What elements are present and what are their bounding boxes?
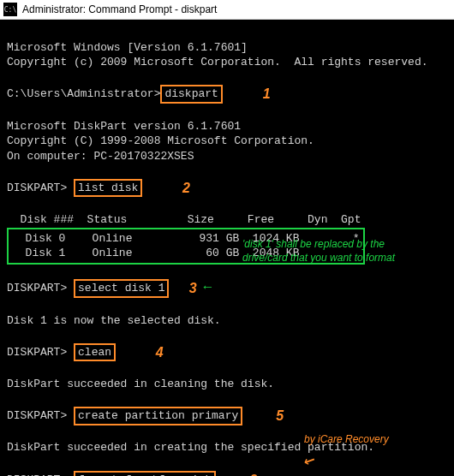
prompt-4: DISKPART> <box>7 346 67 359</box>
annotation-num-5: 5 <box>276 407 284 425</box>
result-3: Disk 1 is now the selected disk. <box>7 314 221 327</box>
annotation-num-3: 3 <box>189 279 197 298</box>
prompt-2: DISKPART> <box>7 181 67 194</box>
window-title-bar: C:\ Administrator: Command Prompt - disk… <box>0 0 454 20</box>
note-line-2: drive/card that you want to format <box>242 252 395 264</box>
annotation-num-4: 4 <box>156 343 164 362</box>
command-3-select-disk: select disk 1 <box>74 279 169 298</box>
diskpart-version-line: Microsoft DiskPart version 6.1.7601 <box>7 120 241 133</box>
window-title: Administrator: Command Prompt - diskpart <box>22 3 217 15</box>
terminal-area[interactable]: Microsoft Windows [Version 6.1.7601] Cop… <box>0 20 454 476</box>
green-arrow-icon: ← <box>204 280 212 295</box>
command-4-clean: clean <box>74 343 116 362</box>
diskpart-computer-line: On computer: PC-20170322XSES <box>7 150 194 163</box>
prompt-5: DISKPART> <box>7 409 67 422</box>
prompt-3: DISKPART> <box>7 282 67 295</box>
annotation-num-1: 1 <box>263 85 271 104</box>
diskpart-copyright-line: Copyright (C) 1999-2008 Microsoft Corpor… <box>7 134 314 147</box>
annotation-num-2: 2 <box>182 179 190 198</box>
disk-table-header: Disk ### Status Size Free Dyn Gpt <box>7 213 361 226</box>
annotation-num-6: 6 <box>249 471 257 476</box>
command-1-diskpart: diskpart <box>160 85 222 104</box>
win-version-line: Microsoft Windows [Version 6.1.7601] <box>7 41 248 54</box>
cmd-icon: C:\ <box>3 3 17 16</box>
annotation-note: 'disk 1' shall be replaced by thedrive/c… <box>242 237 448 265</box>
command-2-list-disk: list disk <box>74 179 142 198</box>
cmd-icon-text: C:\ <box>4 6 16 14</box>
command-6-format: format fs=ntfs quick <box>74 471 216 476</box>
credit-label: by iCare Recovery <box>304 432 389 446</box>
note-line-1: 'disk 1' shall be replaced by the <box>242 238 385 250</box>
result-4: DiskPart succeeded in cleaning the disk. <box>7 378 274 390</box>
command-5-create-partition: create partition primary <box>74 407 242 425</box>
prompt-1: C:\Users\Administrator> <box>7 87 160 100</box>
win-copyright-line: Copyright (c) 2009 Microsoft Corporation… <box>7 56 427 68</box>
